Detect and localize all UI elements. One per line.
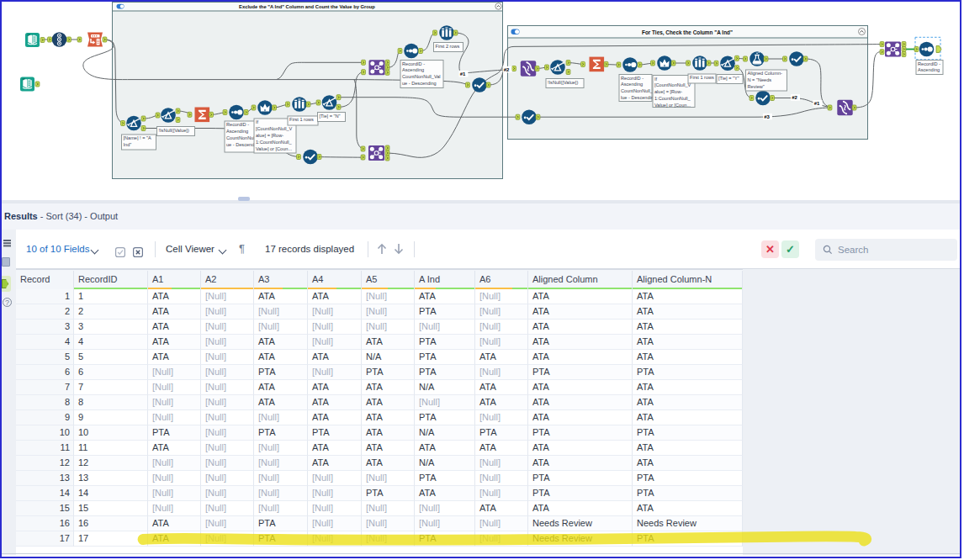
svg-text:Aligned Column-: Aligned Column- bbox=[748, 71, 782, 76]
svg-text:RecordID -: RecordID - bbox=[402, 61, 425, 66]
svg-text:!IsNull([Value]): !IsNull([Value]) bbox=[159, 128, 189, 133]
svg-text:Ascending: Ascending bbox=[402, 67, 424, 72]
svg-text:#3: #3 bbox=[764, 114, 770, 119]
svg-text:RecordID -: RecordID - bbox=[621, 76, 644, 81]
svg-text:Review": Review" bbox=[748, 84, 765, 89]
svg-text:Ind": Ind" bbox=[124, 142, 132, 147]
svg-text:#1: #1 bbox=[814, 101, 820, 106]
svg-text:First 1 rows: First 1 rows bbox=[690, 75, 714, 80]
svg-text:#2: #2 bbox=[792, 95, 797, 100]
svg-text:#1: #1 bbox=[460, 71, 466, 77]
svg-text:RecordID -: RecordID - bbox=[918, 61, 940, 66]
svg-text:CountNonNull_Val: CountNonNull_Val bbox=[402, 74, 441, 79]
svg-text:RecordID -: RecordID - bbox=[226, 122, 249, 127]
svg-text:Ascending: Ascending bbox=[918, 67, 940, 72]
svg-text:[CountNonNull_V: [CountNonNull_V bbox=[654, 82, 691, 87]
svg-text:If: If bbox=[654, 77, 658, 82]
svg-text:[Name] ! = "A: [Name] ! = "A bbox=[124, 135, 151, 140]
svg-text:1:CountNonNull_: 1:CountNonNull_ bbox=[654, 96, 691, 101]
svg-text:[CountNonNull_V: [CountNonNull_V bbox=[256, 126, 292, 131]
svg-text:First 2 rows: First 2 rows bbox=[436, 44, 460, 49]
svg-text:Value] or [Coun...: Value] or [Coun... bbox=[256, 146, 293, 151]
svg-text:Exclude the "A Ind" Column: Exclude the "A Ind" Column and Count the… bbox=[239, 4, 375, 9]
svg-text:[Tie] = "N": [Tie] = "N" bbox=[320, 114, 341, 119]
svg-text:1:CountNonNull_: 1:CountNonNull_ bbox=[256, 140, 292, 145]
svg-text:ue - Descending: ue - Descending bbox=[402, 81, 437, 86]
svg-text:N = "Needs: N = "Needs bbox=[748, 77, 772, 82]
svg-text:Ascending: Ascending bbox=[226, 129, 248, 134]
svg-text:!IsNull([Value]): !IsNull([Value]) bbox=[548, 80, 578, 85]
svg-text:Value] or [Coun...: Value] or [Coun... bbox=[654, 103, 691, 108]
svg-text:For Ties, Check the Column: For Ties, Check the Column "A Ind" bbox=[642, 29, 733, 36]
svg-text:[Tie] = "Y": [Tie] = "Y" bbox=[718, 76, 739, 81]
svg-text:#2: #2 bbox=[504, 67, 510, 72]
svg-text:lue - Descending: lue - Descending bbox=[621, 95, 656, 100]
svg-text:First 1 rows: First 1 rows bbox=[289, 117, 314, 122]
svg-text:If: If bbox=[256, 119, 259, 124]
svg-text:alue] = [Row-: alue] = [Row- bbox=[256, 133, 283, 138]
svg-text:Ascending: Ascending bbox=[621, 82, 643, 87]
svg-text:alue] = [Row-: alue] = [Row- bbox=[654, 89, 682, 94]
